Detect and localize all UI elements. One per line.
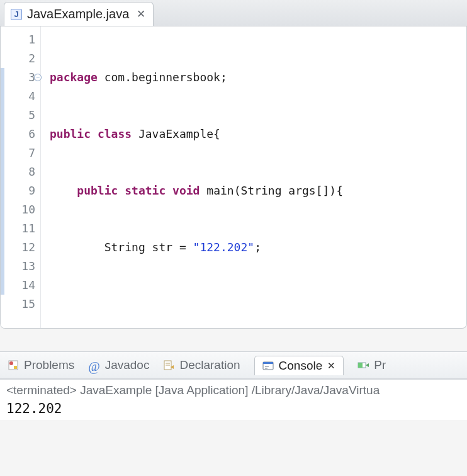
- svg-rect-8: [263, 362, 273, 364]
- line-number: 2: [1, 49, 35, 68]
- editor-tab-bar: J JavaExample.java ✕: [0, 0, 467, 26]
- console-view: <terminated> JavaExample [Java Applicati…: [0, 379, 467, 420]
- line-number-gutter: 123−456789101112131415: [1, 26, 41, 328]
- line-number: 9: [1, 181, 35, 200]
- line-number: 10: [1, 200, 35, 219]
- tab-console[interactable]: Console ✕: [254, 356, 344, 375]
- code-line: public class JavaExample{: [50, 125, 466, 144]
- close-icon[interactable]: ✕: [327, 360, 335, 371]
- line-number: 7: [1, 144, 35, 162]
- svg-rect-12: [358, 363, 363, 368]
- line-number: 12: [1, 238, 35, 257]
- tab-label: Console: [279, 359, 323, 373]
- code-line: [50, 295, 466, 314]
- tab-label: Javadoc: [105, 358, 150, 372]
- svg-marker-13: [366, 363, 369, 367]
- line-number: 15: [1, 295, 35, 314]
- console-icon: [262, 360, 274, 371]
- tab-problems[interactable]: Problems: [8, 358, 74, 372]
- code-line: package com.beginnersbook;: [50, 68, 466, 87]
- editor-tab-javaexample[interactable]: J JavaExample.java ✕: [4, 2, 154, 26]
- line-number: 6: [1, 125, 35, 144]
- line-number: 14: [1, 276, 35, 295]
- problems-icon: [8, 360, 19, 371]
- code-line: String str = "122.202";: [50, 238, 466, 257]
- line-number: 1: [1, 30, 35, 49]
- tab-label: Problems: [24, 358, 74, 372]
- tab-title: JavaExample.java: [27, 7, 129, 21]
- line-number: 13: [1, 257, 35, 276]
- code-line: public static void main(String args[]){: [50, 181, 466, 200]
- javadoc-icon: @: [88, 360, 99, 371]
- line-number: 8: [1, 162, 35, 181]
- tab-label: Declaration: [179, 358, 240, 372]
- bottom-view-tab-bar: Problems @ Javadoc Declaration Console ✕…: [0, 351, 467, 379]
- tab-javadoc[interactable]: @ Javadoc: [88, 358, 149, 372]
- java-file-icon: J: [11, 9, 22, 20]
- declaration-icon: [163, 360, 174, 371]
- line-number: 11: [1, 219, 35, 238]
- svg-point-1: [9, 361, 13, 365]
- svg-rect-2: [14, 366, 17, 369]
- code-editor[interactable]: 123−456789101112131415 package com.begin…: [0, 26, 467, 329]
- close-icon[interactable]: ✕: [137, 8, 144, 21]
- tab-declaration[interactable]: Declaration: [163, 358, 240, 372]
- tab-progress[interactable]: Pr: [357, 358, 386, 372]
- progress-icon: [357, 360, 369, 371]
- tab-label: Pr: [374, 358, 386, 372]
- line-number: 4: [1, 87, 35, 106]
- line-number: 3−: [1, 68, 35, 87]
- console-status: <terminated> JavaExample [Java Applicati…: [6, 383, 461, 397]
- console-output-line: 122.202: [6, 401, 461, 416]
- line-number: 5: [1, 106, 35, 125]
- code-area[interactable]: package com.beginnersbook; public class …: [41, 26, 466, 328]
